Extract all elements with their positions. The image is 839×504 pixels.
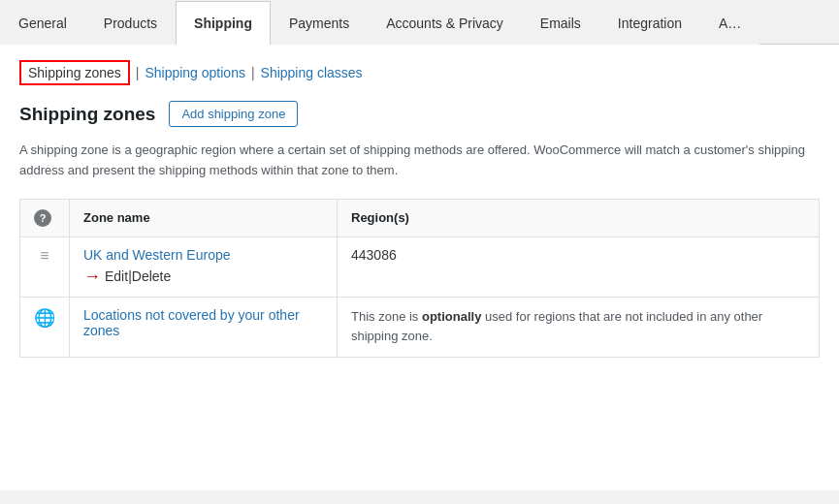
content-area: Shipping zones | Shipping options | Ship… [0, 45, 839, 490]
th-icon: ? [20, 199, 70, 236]
arrow-icon: → [83, 267, 101, 287]
subnav-shipping-options[interactable]: Shipping options [145, 65, 245, 80]
globe-icon: 🌐 [34, 308, 55, 328]
zone-region-cell: 443086 [338, 236, 820, 297]
table-header-row: ? Zone name Region(s) [20, 199, 820, 236]
subnav-shipping-zones[interactable]: Shipping zones [19, 60, 130, 85]
zone-name-cell: UK and Western Europe → Edit | Delete [70, 236, 338, 297]
drag-handle-cell: ≡ [20, 236, 70, 297]
add-shipping-zone-button[interactable]: Add shipping zone [169, 101, 298, 127]
zone-name-cell-2: Locations not covered by your other zone… [70, 297, 338, 358]
edit-zone-link[interactable]: Edit [105, 268, 128, 284]
row-actions: → Edit | Delete [83, 267, 323, 287]
th-regions: Region(s) [338, 199, 820, 236]
optionally-text: optionally [422, 309, 481, 324]
tab-payments[interactable]: Payments [271, 1, 368, 45]
subnav-sep-1: | [136, 65, 140, 80]
zone-name-link[interactable]: UK and Western Europe [83, 247, 231, 263]
page-description: A shipping zone is a geographic region w… [19, 141, 820, 181]
subnav-shipping-classes[interactable]: Shipping classes [261, 65, 363, 80]
page-heading-row: Shipping zones Add shipping zone [19, 101, 820, 127]
zone-name-link-2[interactable]: Locations not covered by your other zone… [83, 307, 300, 338]
page-title: Shipping zones [19, 104, 155, 125]
tab-advanced[interactable]: A… [700, 1, 759, 45]
subnav-sep-2: | [251, 65, 255, 80]
delete-zone-link[interactable]: Delete [132, 268, 171, 284]
zone-description-cell: This zone is optionally used for regions… [338, 297, 820, 358]
tabs-bar: General Products Shipping Payments Accou… [0, 0, 839, 45]
th-zone-name: Zone name [70, 199, 338, 236]
drag-icon[interactable]: ≡ [40, 247, 48, 264]
tab-shipping[interactable]: Shipping [176, 1, 271, 45]
tab-general[interactable]: General [0, 1, 85, 45]
globe-icon-cell: 🌐 [20, 297, 70, 358]
zone-name-wrapper: UK and Western Europe → Edit | Delete [83, 247, 323, 287]
table-row: 🌐 Locations not covered by your other zo… [20, 297, 820, 358]
help-icon[interactable]: ? [34, 209, 51, 227]
subnav: Shipping zones | Shipping options | Ship… [19, 60, 820, 85]
table-row: ≡ UK and Western Europe → Edit | Delete [20, 236, 820, 297]
tab-accounts-privacy[interactable]: Accounts & Privacy [368, 1, 522, 45]
tab-emails[interactable]: Emails [522, 1, 599, 45]
zone-name-row: UK and Western Europe [83, 247, 323, 263]
tab-integration[interactable]: Integration [599, 1, 700, 45]
shipping-zones-table: ? Zone name Region(s) ≡ UK and Western E… [19, 199, 820, 359]
tab-products[interactable]: Products [85, 1, 176, 45]
